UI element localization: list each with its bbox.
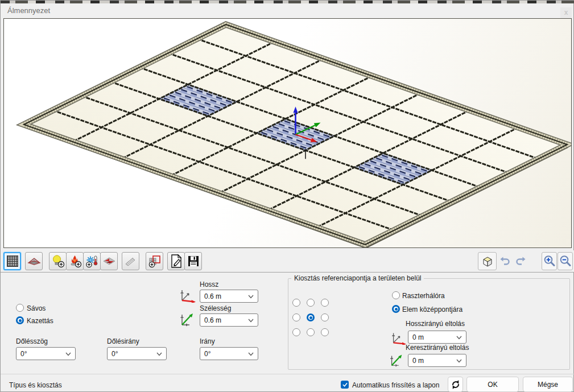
length-offset-label: Hosszirányú eltolás [406, 320, 465, 328]
dialog-section-label: Típus és kiosztás [9, 381, 62, 389]
button-edit-document[interactable] [167, 252, 185, 270]
ok-button[interactable]: OK [466, 377, 519, 392]
direction-label: Irány [200, 337, 215, 345]
width-value: 0.6 m [204, 316, 221, 324]
add-climate-icon [85, 254, 99, 268]
add-lamp-icon [51, 254, 65, 268]
cross-offset-label: Keresztirányú eltolás [406, 344, 469, 352]
button-add-climate[interactable] [83, 252, 101, 270]
cancel-button[interactable]: Mégse [523, 377, 573, 392]
ceiling-3d-view[interactable] [3, 18, 572, 248]
ref-grid-radio-r2c1[interactable] [292, 313, 300, 321]
button-zoom-in[interactable] [542, 252, 557, 270]
radio-elem-kozeppontjara-label: Elem középpontjára [402, 306, 462, 313]
chevron-down-icon [156, 352, 162, 356]
slope-direction-value: 0° [112, 350, 118, 358]
check-icon [342, 382, 348, 387]
undo-icon [499, 255, 511, 267]
zoom-in-icon [543, 254, 556, 268]
button-redo[interactable] [513, 252, 528, 270]
3d-box-icon [481, 254, 494, 268]
save-icon [187, 254, 200, 268]
radio-savos-label: Sávos [27, 304, 46, 312]
chevron-down-icon [248, 352, 254, 356]
radio-kazettas[interactable] [16, 316, 24, 324]
ceiling-shape-icon [27, 254, 41, 268]
radio-kazettas-label: Kazettás [27, 317, 53, 325]
button-zoom-out[interactable] [558, 252, 573, 270]
direction-select[interactable]: 0° [200, 347, 258, 360]
button-add-lamp[interactable] [49, 252, 67, 270]
button-3d-view[interactable] [478, 252, 497, 270]
add-sprinkler-icon [68, 254, 82, 268]
profile-beam-icon [124, 254, 138, 268]
width-axis-icon [178, 310, 196, 327]
button-add-sprinkler[interactable] [66, 252, 84, 270]
width-select[interactable]: 0.6 m [200, 313, 258, 327]
radio-raszterhalora-label: Raszterhálóra [402, 292, 445, 300]
tab-grid-pattern[interactable] [3, 252, 21, 270]
button-add-diffuser[interactable] [100, 252, 118, 270]
tab-ceiling-shape[interactable] [25, 252, 43, 270]
slope-angle-value: 0° [20, 350, 27, 358]
ref-grid-radio-r3c2[interactable] [307, 328, 315, 336]
slope-direction-select[interactable]: 0° [107, 347, 167, 360]
zoom-out-icon [559, 254, 572, 268]
ceiling-3d-scene [4, 19, 571, 247]
button-save[interactable] [184, 252, 202, 270]
ref-grid-radio-r2c2[interactable] [307, 313, 315, 321]
length-value: 0.6 m [204, 292, 221, 300]
chevron-down-icon [65, 352, 71, 356]
radio-raszterhalora[interactable] [392, 291, 400, 299]
chevron-down-icon [248, 295, 254, 299]
length-offset-select[interactable]: 0 m [408, 331, 466, 344]
chevron-down-icon [456, 336, 462, 340]
close-button[interactable]: x [560, 7, 572, 19]
dialog-title: Álmennyezet [7, 6, 50, 15]
button-undo[interactable] [498, 252, 513, 270]
length-axis-icon [178, 286, 196, 303]
reference-point-group-title: Kiosztás referenciapontja a területen be… [291, 274, 424, 282]
chevron-down-icon [248, 319, 254, 323]
ref-grid-radio-r1c2[interactable] [307, 299, 315, 307]
toolbar [1, 250, 574, 272]
edit-document-icon [169, 254, 184, 269]
auto-refresh-label: Automatikus frissítés a lapon [352, 381, 439, 389]
auto-refresh-checkbox[interactable] [341, 381, 349, 389]
ref-grid-radio-r3c3[interactable] [321, 328, 329, 336]
direction-value: 0° [204, 350, 210, 358]
add-grid-element-icon [148, 254, 162, 268]
ref-grid-radio-r3c1[interactable] [292, 328, 300, 336]
chevron-down-icon [456, 359, 462, 363]
slope-angle-select[interactable]: 0° [16, 347, 76, 360]
length-offset-value: 0 m [412, 333, 424, 341]
slope-angle-label: Dőlésszög [16, 337, 48, 345]
refresh-button[interactable] [448, 377, 463, 392]
width-label: Szélesség [200, 304, 231, 312]
title-bar[interactable]: Álmennyezet x [1, 3, 573, 18]
length-offset-axis-icon [390, 329, 407, 345]
refresh-icon [450, 379, 461, 390]
button-add-grid-element[interactable] [146, 252, 163, 270]
redo-icon [514, 255, 527, 267]
length-select[interactable]: 0.6 m [200, 290, 258, 303]
grid-pattern-icon [7, 255, 18, 267]
suspended-ceiling-dialog: Álmennyezet x [0, 0, 574, 392]
cross-offset-select[interactable]: 0 m [408, 354, 466, 367]
length-label: Hossz [200, 280, 218, 288]
cross-offset-axis-icon [388, 352, 405, 368]
ref-grid-radio-r1c3[interactable] [321, 299, 329, 307]
ref-grid-radio-r1c1[interactable] [292, 299, 300, 307]
radio-elem-kozeppontjara[interactable] [392, 305, 400, 313]
radio-savos[interactable] [16, 304, 24, 312]
footer-separator [1, 374, 574, 374]
slope-direction-label: Dőlésirány [107, 337, 139, 345]
add-diffuser-icon [102, 254, 116, 268]
toolbar-separator [1, 272, 574, 273]
cross-offset-value: 0 m [412, 357, 424, 365]
ref-grid-radio-r2c3[interactable] [321, 313, 329, 321]
button-profile[interactable] [122, 252, 139, 270]
